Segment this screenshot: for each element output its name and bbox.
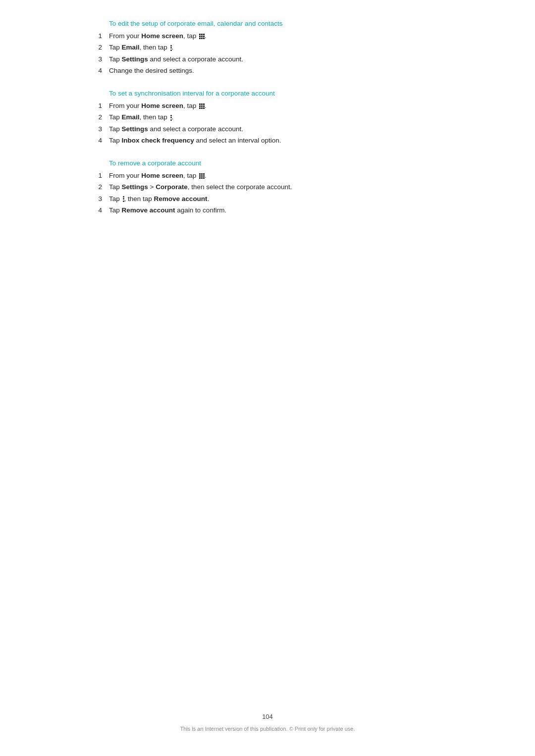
step-number: 3 [79, 194, 109, 204]
bold-text: Home screen [141, 32, 183, 40]
step-text: From your Home screen, tap . [109, 101, 456, 111]
sections-container: To edit the setup of corporate email, ca… [79, 20, 456, 215]
step-item: 3Tap , then tap Remove account. [79, 194, 456, 204]
step-item: 2Tap Settings > Corporate, then select t… [79, 182, 456, 192]
bold-text: Home screen [141, 172, 183, 179]
bold-text: Email [122, 113, 140, 121]
step-text: Tap Remove account again to confirm. [109, 205, 456, 215]
step-text: Tap Settings and select a corporate acco… [109, 124, 456, 134]
step-text: Tap Settings and select a corporate acco… [109, 54, 456, 64]
step-item: 1From your Home screen, tap . [79, 101, 456, 111]
step-item: 4Tap Remove account again to confirm. [79, 205, 456, 215]
step-item: 2Tap Email, then tap . [79, 43, 456, 52]
step-item: 2Tap Email, then tap . [79, 112, 456, 122]
page-footer: 104 This is an Internet version of this … [0, 713, 535, 732]
step-item: 4Change the desired settings. [79, 66, 456, 76]
step-number: 2 [79, 112, 109, 122]
step-number: 1 [79, 31, 109, 41]
step-text: Tap Email, then tap . [109, 43, 456, 52]
step-item: 1From your Home screen, tap . [79, 31, 456, 41]
step-number: 4 [79, 136, 109, 146]
more-options-icon [170, 115, 172, 121]
step-text: From your Home screen, tap . [109, 171, 456, 181]
step-item: 1From your Home screen, tap . [79, 171, 456, 181]
step-text: Tap Email, then tap . [109, 112, 456, 122]
more-options-icon [170, 45, 172, 51]
bold-text: Inbox check frequency [122, 137, 194, 144]
step-item: 3Tap Settings and select a corporate acc… [79, 124, 456, 134]
step-number: 2 [79, 182, 109, 192]
footer-note: This is an Internet version of this publ… [180, 726, 355, 732]
bold-text: Remove account [122, 206, 175, 214]
step-number: 4 [79, 205, 109, 215]
bold-text: Home screen [141, 102, 183, 109]
apps-grid-icon [199, 173, 205, 179]
step-number: 3 [79, 124, 109, 134]
step-text: Change the desired settings. [109, 66, 456, 76]
step-number: 3 [79, 54, 109, 64]
step-text: Tap , then tap Remove account. [109, 194, 456, 204]
section-remove-account: To remove a corporate account1From your … [79, 159, 456, 215]
step-item: 4Tap Inbox check frequency and select an… [79, 136, 456, 146]
bold-text: Corporate [156, 183, 188, 191]
more-options-icon [123, 196, 124, 202]
step-number: 1 [79, 171, 109, 181]
page-number: 104 [0, 713, 535, 720]
step-text: Tap Settings > Corporate, then select th… [109, 182, 456, 192]
step-number: 4 [79, 66, 109, 76]
apps-grid-icon [199, 34, 205, 39]
step-text: Tap Inbox check frequency and select an … [109, 136, 456, 146]
section-title-edit-corporate: To edit the setup of corporate email, ca… [109, 20, 456, 27]
section-title-sync-interval: To set a synchronisation interval for a … [109, 90, 456, 97]
bold-text: Settings [122, 125, 148, 133]
section-edit-corporate: To edit the setup of corporate email, ca… [79, 20, 456, 76]
step-list-sync-interval: 1From your Home screen, tap .2Tap Email,… [79, 101, 456, 146]
step-list-remove-account: 1From your Home screen, tap .2Tap Settin… [79, 171, 456, 215]
step-item: 3Tap Settings and select a corporate acc… [79, 54, 456, 64]
section-sync-interval: To set a synchronisation interval for a … [79, 90, 456, 146]
bold-text: Remove account [154, 195, 208, 202]
bold-text: Email [122, 44, 140, 51]
apps-grid-icon [199, 103, 205, 109]
page-container: To edit the setup of corporate email, ca… [0, 0, 535, 756]
step-list-edit-corporate: 1From your Home screen, tap .2Tap Email,… [79, 31, 456, 76]
step-number: 2 [79, 43, 109, 52]
bold-text: Settings [122, 183, 148, 191]
bold-text: Settings [122, 55, 148, 63]
section-title-remove-account: To remove a corporate account [109, 159, 456, 167]
step-text: From your Home screen, tap . [109, 31, 456, 41]
step-number: 1 [79, 101, 109, 111]
